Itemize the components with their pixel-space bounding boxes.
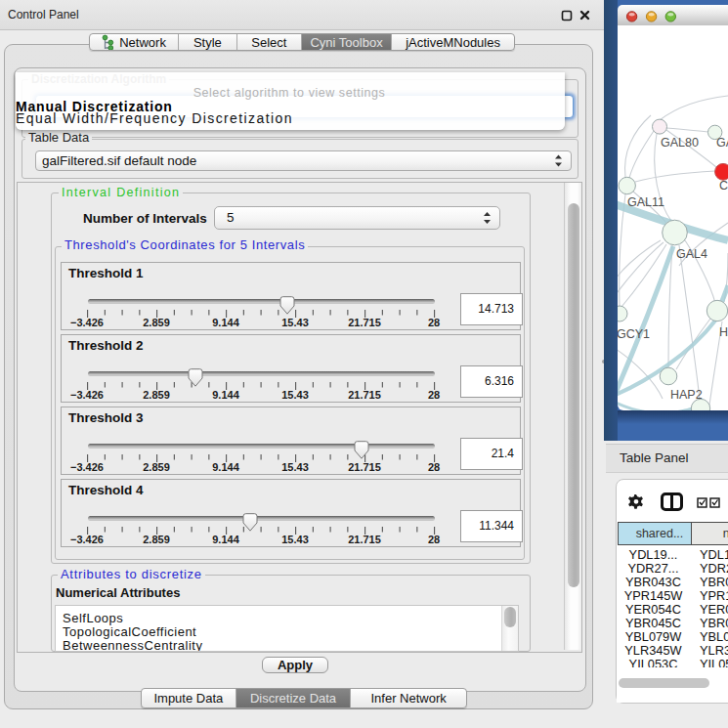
svg-text:GCY1: GCY1 (618, 327, 650, 341)
svg-text:CDC1: CDC1 (719, 179, 728, 193)
svg-text:HAP4: HAP4 (719, 325, 728, 339)
svg-text:HAP2: HAP2 (670, 388, 703, 402)
svg-text:GAL4: GAL4 (676, 247, 707, 261)
svg-text:GAL11: GAL11 (627, 195, 664, 209)
svg-text:GAL80: GAL80 (661, 136, 699, 150)
svg-text:GAL3: GAL3 (716, 136, 728, 150)
